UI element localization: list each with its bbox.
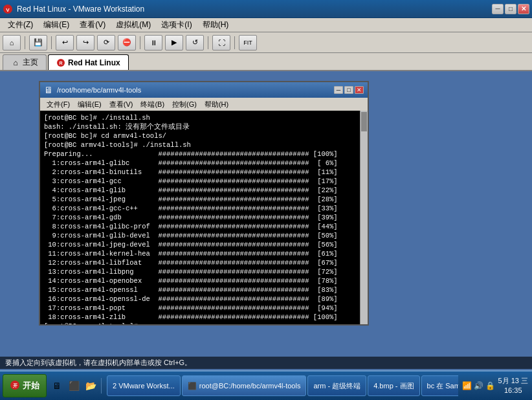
terminal-title-bar: 🖥 /root/home/bc/armv4l-tools ─ □ ✕ xyxy=(40,82,368,98)
toolbar-sep-4 xyxy=(208,36,208,49)
toolbar-refresh-btn[interactable]: ⟳ xyxy=(97,35,115,50)
taskbar-item-1[interactable]: arm - 超级终端 xyxy=(307,375,366,396)
toolbar-save-btn[interactable]: 💾 xyxy=(29,35,47,50)
menu-edit[interactable]: 编辑(E) xyxy=(38,18,74,32)
clock-date: 5月 13 三 xyxy=(498,377,528,384)
terminal-menu-view[interactable]: 查看(V) xyxy=(105,99,137,110)
taskbar-item-0[interactable]: 2 VMware Workst... xyxy=(107,375,181,396)
main-content: 🖥 /root/home/bc/armv4l-tools ─ □ ✕ 文件(F)… xyxy=(0,71,532,350)
taskbar-items: 2 VMware Workst... ⬛ root@BC:/home/bc/ar… xyxy=(104,372,458,400)
terminal-scrollbar[interactable] xyxy=(360,111,368,324)
taskbar-active-label: root@BC:/home/bc/armv4l-tools xyxy=(199,382,301,390)
terminal-line-1: bash: ./install.sh: 没有那个文件或目录 xyxy=(44,122,356,131)
menu-bar: 文件(Z) 编辑(E) 查看(V) 虚拟机(M) 选项卡(I) 帮助(H) xyxy=(0,18,532,32)
menu-file[interactable]: 文件(Z) xyxy=(3,18,38,32)
start-button[interactable]: 开 开始 xyxy=(3,374,47,397)
terminal-line-18: 14:cross-arm4l-openobex ################… xyxy=(44,276,356,285)
terminal-line-6: 2:cross-arm4l-binutils #################… xyxy=(44,168,356,177)
tab-redhat-label: Red Hat Linux xyxy=(68,58,120,67)
taskbar-item-3[interactable]: bc 在 Samba Serv... xyxy=(421,375,458,396)
toolbar: ⌂ 💾 ↩ ↪ ⟳ ⛔ ⏸ ▶ ↺ ⛶ FIT xyxy=(0,32,532,53)
taskbar-item-0-label: 2 VMware Workst... xyxy=(113,382,175,390)
toolbar-forward-btn[interactable]: ↪ xyxy=(76,35,94,50)
terminal-scroll-thumb[interactable] xyxy=(361,112,367,131)
toolbar-home-btn[interactable]: ⌂ xyxy=(3,35,21,50)
terminal-line-2: [root@BC bc]# cd armv4l-tools/ xyxy=(44,131,356,140)
ql-desktop-btn[interactable]: 🖥 xyxy=(49,378,65,394)
terminal-close-btn[interactable]: ✕ xyxy=(355,86,364,94)
toolbar-suspend-btn[interactable]: ⏸ xyxy=(144,35,162,50)
terminal-line-4: Preparing... ###########################… xyxy=(44,150,356,159)
terminal-line-3: [root@BC armv4l-tools]# ./install.sh xyxy=(44,140,356,150)
terminal-line-20: 16:cross-arm4l-openssl-de ##############… xyxy=(44,294,356,304)
terminal-title: /root/home/bc/armv4l-tools xyxy=(57,86,333,94)
terminal-body[interactable]: [root@BC bc]# ./install.shbash: ./instal… xyxy=(40,111,368,324)
toolbar-back-btn[interactable]: ↩ xyxy=(56,35,74,50)
taskbar: 开 开始 🖥 ⬛ 📂 2 VMware Workst... ⬛ root@BC:… xyxy=(0,370,532,400)
terminal-line-21: 17:cross-arm4l-popt ####################… xyxy=(44,304,356,313)
linux-icon: R xyxy=(56,58,65,67)
taskbar-item-3-label: bc 在 Samba Serv... xyxy=(427,381,458,391)
terminal-menu-edit[interactable]: 编辑(E) xyxy=(74,99,105,110)
maximize-button[interactable]: □ xyxy=(505,4,516,14)
home-icon: ⌂ xyxy=(11,58,20,67)
terminal-menu-control[interactable]: 控制(G) xyxy=(168,99,201,110)
terminal-menu-terminal[interactable]: 终端(B) xyxy=(137,99,168,110)
terminal-line-5: 1:cross-arm4l-glibc ####################… xyxy=(44,159,356,168)
tray-network-icon[interactable]: 📶 xyxy=(462,381,472,391)
menu-tabs[interactable]: 选项卡(I) xyxy=(156,18,197,32)
taskbar-item-active[interactable]: ⬛ root@BC:/home/bc/armv4l-tools xyxy=(182,375,307,396)
app-icon: V xyxy=(3,4,13,14)
terminal-line-10: 6:cross-arm4l-gcc-c++ ##################… xyxy=(44,204,356,213)
toolbar-sep-2 xyxy=(51,36,52,49)
tab-redhat[interactable]: R Red Hat Linux xyxy=(48,54,129,70)
terminal-line-9: 5:cross-arm4l-jpeg #####################… xyxy=(44,195,356,204)
toolbar-fit-btn[interactable]: FIT xyxy=(239,35,257,50)
terminal-line-22: 18:cross-arm4l-zlib ####################… xyxy=(44,313,356,322)
terminal-window[interactable]: 🖥 /root/home/bc/armv4l-tools ─ □ ✕ 文件(F)… xyxy=(39,81,369,326)
menu-vm[interactable]: 虚拟机(M) xyxy=(111,18,156,32)
taskbar-right: 📶 🔊 🔒 5月 13 三 16:35 xyxy=(458,372,532,400)
toolbar-reset-btn[interactable]: ↺ xyxy=(186,35,204,50)
svg-text:V: V xyxy=(6,7,10,13)
tab-home-label: 主页 xyxy=(23,57,38,68)
terminal-menu-help[interactable]: 帮助(H) xyxy=(201,99,232,110)
taskbar-item-2[interactable]: 4.bmp - 画图 xyxy=(368,375,419,396)
window-title: Red Hat Linux - VMware Workstation xyxy=(17,5,492,14)
terminal-line-14: 10:cross-arm4l-jpeg-devel ##############… xyxy=(44,240,356,249)
menu-view[interactable]: 查看(V) xyxy=(74,18,111,32)
terminal-line-11: 7:cross-arm4l-gdb ######################… xyxy=(44,213,356,222)
start-label: 开始 xyxy=(23,380,39,392)
terminal-line-7: 3:cross-arm4l-gcc ######################… xyxy=(44,177,356,186)
terminal-minimize-btn[interactable]: ─ xyxy=(334,86,343,94)
ql-folder-btn[interactable]: 📂 xyxy=(83,378,98,394)
terminal-line-13: 9:cross-arm4l-glib-devel ###############… xyxy=(44,231,356,240)
svg-text:开: 开 xyxy=(13,383,18,388)
toolbar-resume-btn[interactable]: ▶ xyxy=(165,35,183,50)
clock-time: 16:35 xyxy=(504,386,522,394)
tray-security-icon[interactable]: 🔒 xyxy=(485,381,496,391)
start-icon: 开 xyxy=(10,380,20,392)
toolbar-fullscreen-btn[interactable]: ⛶ xyxy=(212,35,230,50)
window-controls: ─ □ ✕ xyxy=(492,4,529,14)
tray-volume-icon[interactable]: 🔊 xyxy=(474,381,484,391)
terminal-line-8: 4:cross-arm4l-glib #####################… xyxy=(44,186,356,195)
close-button[interactable]: ✕ xyxy=(518,4,529,14)
minimize-button[interactable]: ─ xyxy=(492,4,504,14)
tab-bar: ⌂ 主页 R Red Hat Linux xyxy=(0,53,532,71)
tab-home[interactable]: ⌂ 主页 xyxy=(3,54,47,70)
terminal-line-16: 12:cross-arm4l-libfloat ################… xyxy=(44,258,356,267)
svg-text:R: R xyxy=(59,61,62,65)
terminal-menu-file[interactable]: 文件(F) xyxy=(43,99,74,110)
terminal-menu: 文件(F) 编辑(E) 查看(V) 终端(B) 控制(G) 帮助(H) xyxy=(40,98,368,111)
clock[interactable]: 5月 13 三 16:35 xyxy=(498,376,528,396)
terminal-line-15: 11:cross-arm4l-kernel-hea ##############… xyxy=(44,249,356,258)
terminal-line-19: 15:cross-arm4l-openssl #################… xyxy=(44,285,356,294)
taskbar-item-2-label: 4.bmp - 画图 xyxy=(373,381,414,391)
ql-terminal-btn[interactable]: ⬛ xyxy=(66,378,82,394)
taskbar-item-1-label: arm - 超级终端 xyxy=(313,381,360,391)
menu-help[interactable]: 帮助(H) xyxy=(197,18,234,32)
terminal-maximize-btn[interactable]: □ xyxy=(344,86,353,94)
toolbar-stop-btn[interactable]: ⛔ xyxy=(118,35,136,50)
terminal-line-12: 8:cross-arm4l-glibc-prof ###############… xyxy=(44,222,356,231)
